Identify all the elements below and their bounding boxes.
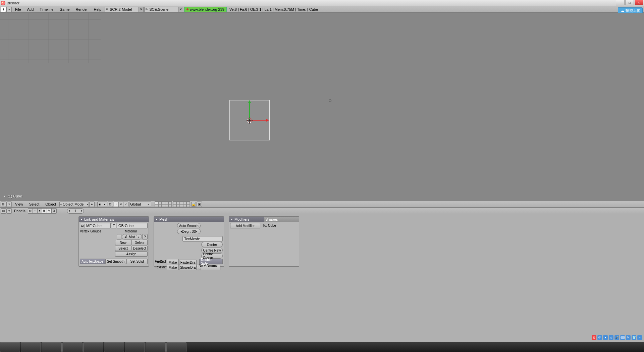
collapse-menus-icon[interactable]: ▾ [6, 7, 12, 12]
mat-assign-button[interactable]: Assign [115, 251, 148, 257]
ob-field[interactable]: OB:Cube [117, 223, 148, 228]
menu-file[interactable]: File [12, 7, 24, 11]
mat-delete-button[interactable]: Delete [131, 240, 148, 245]
ime-tool-icon[interactable]: ✎ [626, 335, 631, 340]
context-shading-icon[interactable]: ● [38, 209, 42, 213]
screen-name-input[interactable] [109, 7, 139, 12]
taskbar-item[interactable] [83, 342, 103, 352]
texmesh-field[interactable]: TexMesh: [182, 236, 223, 241]
mat-new-button[interactable]: New [115, 240, 131, 245]
3d-viewport[interactable]: ✦ (1) Cube [0, 13, 644, 201]
context-object-icon[interactable]: ▦ [42, 209, 47, 213]
frame-prev-icon[interactable]: ◂ [67, 209, 71, 212]
context-script-icon[interactable]: ≡ [33, 209, 38, 213]
taskbar-item[interactable] [166, 342, 186, 352]
frame-next-icon[interactable]: ▸ [80, 209, 84, 212]
context-logic-icon[interactable]: ◐ [28, 209, 33, 213]
context-buttons[interactable]: ◐ ≡ ● ▦ ✎ ⊞ [28, 208, 57, 214]
editor-type-buttons-icon[interactable]: ▤ [1, 208, 6, 214]
slowerdra-button[interactable]: SlowerDra [179, 265, 197, 270]
menu-game[interactable]: Game [56, 7, 72, 11]
manipulator-x-axis[interactable] [250, 119, 270, 122]
mat-selector[interactable]: ◂ 1 Mat 1 ▸ [122, 234, 142, 239]
frame-number[interactable]: 1 [71, 209, 80, 213]
manipulator-toggle[interactable]: ↕ ⟲ ⤢ [114, 202, 128, 207]
tab-shapes[interactable]: Shapes [264, 217, 299, 222]
add-modifier-button[interactable]: Add Modifier [230, 223, 260, 228]
orientation-name[interactable] [129, 202, 146, 207]
collapse-triangle-icon[interactable]: ▼ [230, 218, 233, 221]
panel-mesh-header[interactable]: ▼ Mesh [154, 217, 224, 222]
taskbar-item[interactable] [104, 342, 124, 352]
tab-modifiers[interactable]: ▼ Modifiers [229, 217, 264, 222]
screen-selector[interactable]: ⧉ ✕ [105, 7, 144, 12]
ime-emoji-icon[interactable]: ☺ [609, 335, 613, 340]
menu-render[interactable]: Render [72, 7, 91, 11]
texfac-make-button[interactable]: Make [167, 265, 179, 270]
lock-layers-icon[interactable]: 🔒 [191, 202, 196, 207]
no-vnormal-toggle[interactable]: No V.Normal Fl [197, 265, 220, 270]
autotexspace-toggle[interactable]: AutoTexSpace [80, 259, 105, 264]
fasterdra-button[interactable]: FasterDra [179, 260, 197, 265]
mat-help-button[interactable]: ? [142, 234, 148, 239]
mat-deselect-button[interactable]: Deselect [131, 246, 148, 251]
ime-lang-icon[interactable]: 中 [597, 335, 602, 340]
set-solid-button[interactable]: Set Solid [126, 259, 148, 264]
taskbar-item[interactable] [0, 342, 20, 352]
sticky-make-button[interactable]: Make [167, 260, 179, 265]
render-border-icon[interactable]: ▣ [197, 202, 202, 207]
mode-name[interactable] [62, 202, 86, 207]
layer-grid-2[interactable] [173, 201, 190, 207]
panel-link-header[interactable]: ▼ Link and Materials [79, 217, 149, 222]
windows-taskbar[interactable] [0, 342, 644, 352]
editor-type-3dview-icon[interactable]: ⊞ [1, 202, 6, 207]
web-link[interactable]: www.blender.org 239 [184, 7, 227, 12]
pivot-median-icon[interactable]: ⊡ [108, 202, 113, 207]
frame-field[interactable]: ◂ 1 ▸ [67, 208, 84, 214]
centre-button[interactable]: Centre [201, 242, 223, 247]
ime-mic-icon[interactable]: 🎤 [614, 335, 619, 340]
mode-selector[interactable]: ⬙ ▾ [59, 202, 89, 207]
manipulator-scale-icon[interactable]: ⤢ [123, 202, 128, 207]
scene-selector[interactable]: ⧉ ✕ [144, 7, 183, 12]
ime-punct-icon[interactable]: ● [603, 335, 608, 340]
menu-view[interactable]: View [12, 202, 26, 206]
set-smooth-button[interactable]: Set Smooth [105, 259, 126, 264]
context-editing-icon[interactable]: ✎ [47, 209, 52, 213]
ime-kbd-icon[interactable]: ⌨ [620, 335, 625, 340]
menu-select[interactable]: Select [26, 202, 43, 206]
browse-scenes-icon[interactable]: ⧉ [145, 8, 149, 11]
collapse-btn-menus-icon[interactable]: ▾ [6, 208, 12, 214]
maximize-button[interactable]: □ [625, 0, 634, 5]
context-scene-icon[interactable]: ⊞ [52, 209, 56, 213]
minimize-button[interactable]: — [616, 0, 625, 5]
taskbar-item[interactable] [125, 342, 145, 352]
menu-object[interactable]: Object [42, 202, 59, 206]
taskbar-item[interactable] [21, 342, 41, 352]
mat-select-button[interactable]: Select [115, 246, 131, 251]
manipulator-rotate-icon[interactable]: ⟲ [119, 202, 123, 207]
orientation-selector[interactable]: ▾ [129, 202, 151, 207]
taskbar-item[interactable] [146, 342, 166, 352]
ime-s-icon[interactable]: S [592, 335, 596, 340]
menu-help[interactable]: Help [91, 7, 105, 11]
collapse-3d-menus-icon[interactable]: ▾ [6, 202, 12, 207]
delete-scene-button[interactable]: ✕ [178, 7, 183, 12]
manipulator-y-axis[interactable] [248, 100, 251, 120]
shading-icon[interactable]: ● [89, 202, 95, 207]
ime-settings-icon[interactable]: ≡ [637, 335, 642, 340]
scene-name-input[interactable] [149, 7, 178, 12]
manipulator-translate-icon[interactable]: ↕ [114, 202, 119, 207]
mode-chevron-icon[interactable]: ▾ [86, 203, 89, 206]
editor-type-icon[interactable]: ℹ [1, 7, 6, 12]
pivot-icon[interactable]: ◉ [98, 202, 102, 207]
degr-field[interactable]: ◂ Degr: 30 ▸ [177, 229, 201, 234]
taskbar-item[interactable] [62, 342, 83, 352]
menu-timeline[interactable]: Timeline [37, 7, 56, 11]
taskbar-item[interactable] [42, 342, 62, 352]
menu-add[interactable]: Add [24, 7, 37, 11]
pivot-chevron-icon[interactable]: ▾ [102, 202, 107, 207]
close-button[interactable]: ✕ [635, 0, 643, 5]
pivot-selector[interactable]: ◉ ▾ [97, 202, 107, 207]
me-field[interactable]: ⧉ME:Cube [80, 223, 111, 228]
